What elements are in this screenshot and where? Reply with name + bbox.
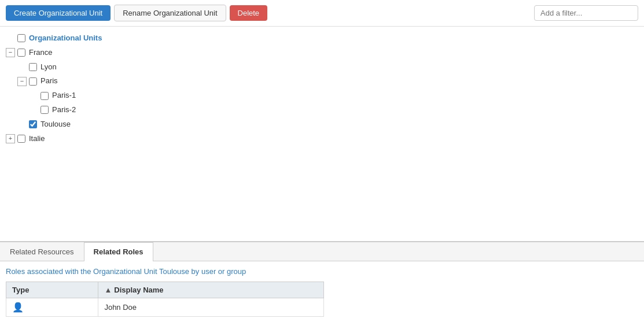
rename-ou-button[interactable]: Rename Organizational Unit <box>114 5 226 21</box>
checkbox-paris[interactable] <box>29 77 37 86</box>
table-header: Type ▲Display Name <box>6 282 324 298</box>
cell-display-name: John Doe <box>98 298 324 317</box>
col-type: Type <box>6 282 98 298</box>
toggle-placeholder-paris1 <box>29 91 38 101</box>
toggle-paris[interactable]: − <box>17 77 27 86</box>
roles-title: Roles associated with the Organizational… <box>6 267 638 276</box>
cell-type: 👤 <box>6 298 98 317</box>
tree-label-paris[interactable]: Paris <box>41 75 58 87</box>
checkbox-paris1[interactable] <box>41 92 49 100</box>
checkbox-ou-root[interactable] <box>17 34 25 42</box>
tree-label-lyon[interactable]: Lyon <box>41 61 57 73</box>
tree-item-paris1: Paris-1 <box>6 88 638 103</box>
tree-item-lyon: Lyon <box>6 60 638 75</box>
toggle-placeholder-paris2 <box>29 105 38 114</box>
table-body: 👤 John Doe <box>6 298 324 317</box>
tree-item-toulouse: Toulouse <box>6 117 638 132</box>
tree-item-france: − France <box>6 46 638 60</box>
tree-label-italie[interactable]: Italie <box>29 133 45 145</box>
toggle-italie[interactable]: + <box>6 134 15 143</box>
tab-related-roles[interactable]: Related Roles <box>84 242 153 261</box>
create-ou-button[interactable]: Create Organizational Unit <box>6 5 111 21</box>
tabs-bar: Related Resources Related Roles <box>0 242 644 261</box>
toggle-placeholder-toulouse <box>17 120 27 129</box>
tree-label-ou-root[interactable]: Organizational Units <box>29 32 102 45</box>
tree-item-ou-root: Organizational Units <box>6 31 638 46</box>
user-icon: 👤 <box>12 302 24 312</box>
toggle-placeholder <box>6 34 15 43</box>
toolbar: Create Organizational Unit Rename Organi… <box>0 0 644 27</box>
checkbox-italie[interactable] <box>17 135 25 143</box>
toggle-france[interactable]: − <box>6 48 15 57</box>
bottom-section: Related Resources Related Roles Roles as… <box>0 241 644 322</box>
tree-item-paris: − Paris <box>6 74 638 88</box>
tree-label-paris1[interactable]: Paris-1 <box>52 90 76 102</box>
sort-arrow-icon: ▲ <box>104 286 112 294</box>
tree-item-paris2: Paris-2 <box>6 103 638 117</box>
tree-label-france[interactable]: France <box>29 47 52 59</box>
filter-input[interactable] <box>534 5 638 21</box>
tree-label-paris2[interactable]: Paris-2 <box>52 104 76 116</box>
roles-content: Roles associated with the Organizational… <box>0 261 644 322</box>
roles-table: Type ▲Display Name 👤 John Doe <box>6 282 324 317</box>
col-display-name[interactable]: ▲Display Name <box>98 282 324 298</box>
checkbox-toulouse[interactable] <box>29 120 37 128</box>
toggle-placeholder-lyon <box>17 62 27 72</box>
tree-item-italie: + Italie <box>6 132 638 146</box>
checkbox-lyon[interactable] <box>29 63 37 71</box>
table-row: 👤 John Doe <box>6 298 324 317</box>
app-container: Create Organizational Unit Rename Organi… <box>0 0 644 322</box>
tab-related-resources[interactable]: Related Resources <box>0 242 84 261</box>
checkbox-france[interactable] <box>17 49 25 57</box>
main-content: Organizational Units − France Lyon − Par… <box>0 27 644 322</box>
checkbox-paris2[interactable] <box>41 106 49 114</box>
delete-button[interactable]: Delete <box>230 5 268 21</box>
tree-section: Organizational Units − France Lyon − Par… <box>0 27 644 241</box>
tree-label-toulouse[interactable]: Toulouse <box>41 119 71 131</box>
